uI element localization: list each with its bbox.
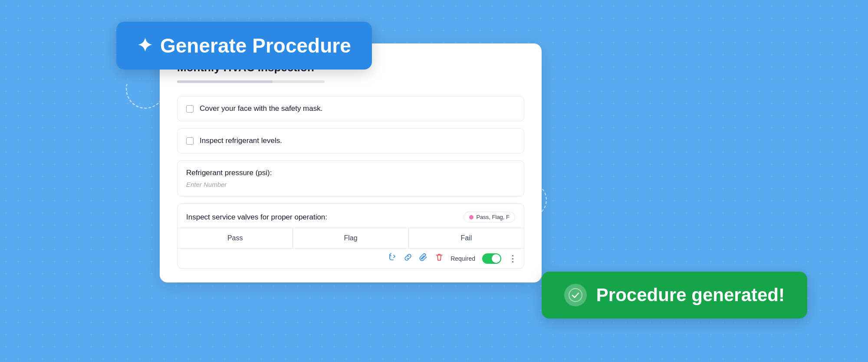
more-options-icon[interactable]: ⋮ (508, 253, 517, 264)
valves-label: Inspect service valves for proper operat… (186, 213, 327, 222)
required-toggle[interactable] (482, 253, 501, 264)
sparkle-icon: ✦ (137, 37, 152, 55)
generate-procedure-label: Generate Procedure (160, 34, 351, 57)
valves-card-header: Inspect service valves for proper operat… (178, 204, 524, 228)
procedure-generated-toast: Procedure generated! (542, 272, 807, 319)
checklist-item-2: Inspect refrigerant levels. (177, 128, 524, 153)
link-icon[interactable] (404, 253, 412, 264)
valves-buttons: Pass Flag Fail (178, 228, 524, 248)
progress-bar-container (177, 80, 325, 83)
valve-btn-fail[interactable]: Fail (409, 228, 524, 248)
checklist-item-2-text: Inspect refrigerant levels. (200, 136, 282, 145)
svg-point-0 (569, 289, 582, 302)
inspection-card: Monthly HVAC Inspection Cover your face … (160, 43, 542, 282)
generate-procedure-button[interactable]: ✦ Generate Procedure (116, 22, 372, 70)
number-field-label: Refrigerant pressure (psi): (186, 169, 515, 177)
checkbox-1[interactable] (186, 105, 194, 113)
progress-bar-fill (177, 80, 273, 83)
valves-card: ⠿ Inspect service valves for proper oper… (177, 203, 524, 269)
checklist-item-1: Cover your face with the safety mask. (177, 96, 524, 121)
number-field-card: Refrigerant pressure (psi): Enter Number (177, 160, 524, 196)
valve-btn-pass[interactable]: Pass (178, 228, 293, 248)
valves-tag: Pass, Flag, F (464, 212, 515, 223)
trash-icon[interactable] (435, 253, 444, 264)
required-label: Required (450, 255, 475, 262)
valve-btn-flag[interactable]: Flag (293, 228, 408, 248)
valves-tag-text: Pass, Flag, F (476, 214, 510, 220)
number-field-placeholder[interactable]: Enter Number (186, 181, 515, 188)
toggle-knob (492, 254, 500, 263)
toast-check-icon (564, 284, 587, 306)
tag-dot (469, 215, 473, 219)
valves-footer: Required ⋮ (178, 248, 524, 268)
checkbox-2[interactable] (186, 137, 194, 145)
checklist-item-1-text: Cover your face with the safety mask. (200, 104, 322, 113)
branch-icon[interactable] (388, 253, 397, 264)
attach-icon[interactable] (419, 253, 428, 264)
toast-label: Procedure generated! (596, 285, 785, 306)
